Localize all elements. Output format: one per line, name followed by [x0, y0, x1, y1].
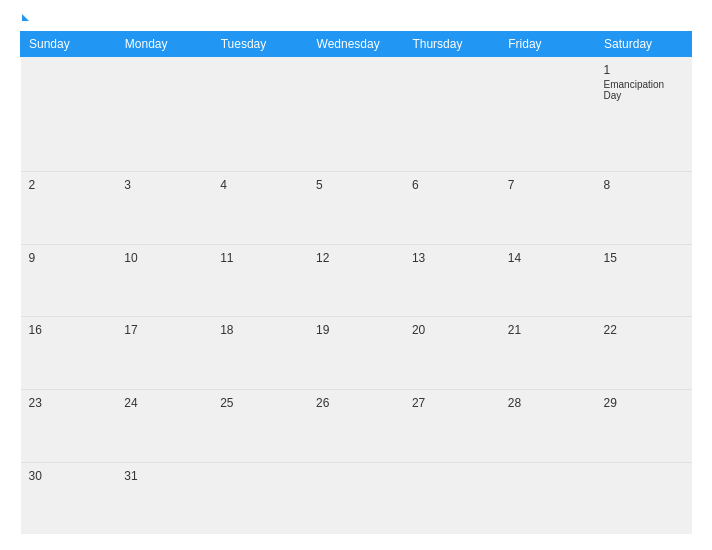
day-number: 28: [508, 396, 588, 410]
calendar-cell: 21: [500, 317, 596, 390]
calendar-cell: 30: [21, 462, 117, 534]
calendar-cell: 7: [500, 172, 596, 245]
day-number: 16: [29, 323, 109, 337]
calendar-cell: 2: [21, 172, 117, 245]
week-row: 2345678: [21, 172, 692, 245]
calendar-cell: 25: [212, 390, 308, 463]
day-number: 24: [124, 396, 204, 410]
calendar-cell: [212, 462, 308, 534]
calendar-cell: 22: [596, 317, 692, 390]
day-header-monday: Monday: [116, 32, 212, 57]
calendar-cell: 14: [500, 244, 596, 317]
calendar-cell: 4: [212, 172, 308, 245]
calendar-cell: [596, 462, 692, 534]
calendar-cell: 8: [596, 172, 692, 245]
calendar-cell: [308, 57, 404, 172]
calendar-cell: 28: [500, 390, 596, 463]
day-header-friday: Friday: [500, 32, 596, 57]
day-number: 2: [29, 178, 109, 192]
calendar-cell: 3: [116, 172, 212, 245]
day-number: 5: [316, 178, 396, 192]
calendar-cell: 17: [116, 317, 212, 390]
day-header-wednesday: Wednesday: [308, 32, 404, 57]
day-number: 29: [604, 396, 684, 410]
calendar-cell: [404, 57, 500, 172]
day-number: 1: [604, 63, 684, 77]
day-number: 26: [316, 396, 396, 410]
calendar-cell: 9: [21, 244, 117, 317]
day-number: 12: [316, 251, 396, 265]
calendar-cell: 29: [596, 390, 692, 463]
day-number: 22: [604, 323, 684, 337]
logo-triangle-icon: [22, 14, 29, 21]
calendar-cell: 27: [404, 390, 500, 463]
day-number: 19: [316, 323, 396, 337]
day-number: 30: [29, 469, 109, 483]
week-row: 3031: [21, 462, 692, 534]
day-number: 7: [508, 178, 588, 192]
day-number: 10: [124, 251, 204, 265]
day-number: 31: [124, 469, 204, 483]
calendar-cell: 11: [212, 244, 308, 317]
week-row: 9101112131415: [21, 244, 692, 317]
calendar-cell: 5: [308, 172, 404, 245]
day-number: 14: [508, 251, 588, 265]
calendar-cell: [212, 57, 308, 172]
day-number: 21: [508, 323, 588, 337]
calendar-cell: [116, 57, 212, 172]
day-number: 15: [604, 251, 684, 265]
calendar-cell: [500, 57, 596, 172]
day-number: 20: [412, 323, 492, 337]
day-number: 13: [412, 251, 492, 265]
day-number: 17: [124, 323, 204, 337]
calendar-cell: 16: [21, 317, 117, 390]
calendar-cell: 26: [308, 390, 404, 463]
calendar-cell: 15: [596, 244, 692, 317]
calendar-cell: 13: [404, 244, 500, 317]
calendar-cell: [404, 462, 500, 534]
calendar-cell: 18: [212, 317, 308, 390]
calendar-header: [20, 16, 692, 21]
day-header-saturday: Saturday: [596, 32, 692, 57]
calendar-cell: 12: [308, 244, 404, 317]
calendar-cell: 19: [308, 317, 404, 390]
day-header-sunday: Sunday: [21, 32, 117, 57]
day-number: 3: [124, 178, 204, 192]
day-number: 9: [29, 251, 109, 265]
logo: [20, 16, 29, 21]
logo-blue-text: [20, 16, 29, 21]
day-number: 4: [220, 178, 300, 192]
day-number: 8: [604, 178, 684, 192]
calendar-cell: [500, 462, 596, 534]
day-number: 25: [220, 396, 300, 410]
calendar-table: SundayMondayTuesdayWednesdayThursdayFrid…: [20, 31, 692, 534]
day-number: 23: [29, 396, 109, 410]
week-row: 16171819202122: [21, 317, 692, 390]
calendar-cell: 23: [21, 390, 117, 463]
calendar-cell: [21, 57, 117, 172]
calendar-cell: 6: [404, 172, 500, 245]
days-header-row: SundayMondayTuesdayWednesdayThursdayFrid…: [21, 32, 692, 57]
event-name: Emancipation Day: [604, 79, 684, 101]
day-header-tuesday: Tuesday: [212, 32, 308, 57]
calendar-cell: 20: [404, 317, 500, 390]
calendar-cell: 31: [116, 462, 212, 534]
day-number: 11: [220, 251, 300, 265]
calendar-cell: 1Emancipation Day: [596, 57, 692, 172]
calendar-cell: 10: [116, 244, 212, 317]
day-header-thursday: Thursday: [404, 32, 500, 57]
week-row: 23242526272829: [21, 390, 692, 463]
week-row: 1Emancipation Day: [21, 57, 692, 172]
day-number: 27: [412, 396, 492, 410]
day-number: 18: [220, 323, 300, 337]
calendar-cell: 24: [116, 390, 212, 463]
calendar-cell: [308, 462, 404, 534]
day-number: 6: [412, 178, 492, 192]
